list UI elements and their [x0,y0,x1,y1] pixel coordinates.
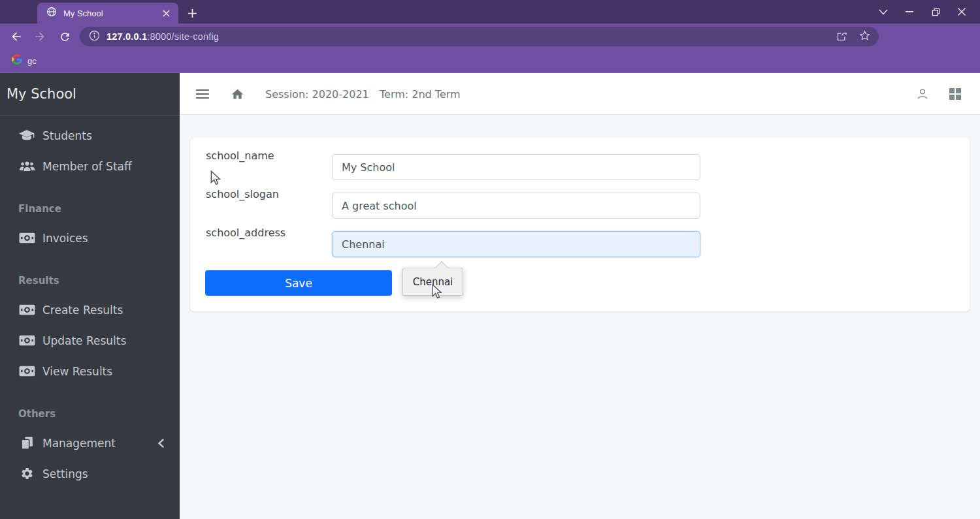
graduation-cap-icon [18,130,35,142]
window-controls [870,0,975,24]
dropdown-notch [435,261,448,274]
share-icon[interactable] [836,29,848,44]
gear-icon [18,467,35,480]
sidebar: My School Students Member of Staff [0,73,180,519]
browser-toolbar: 127.0.0.1:8000/site-config [0,24,980,50]
browser-titlebar: My School [0,0,980,24]
sidebar-toggle-hamburger-icon[interactable] [196,73,209,115]
copy-icon [18,436,35,450]
app-window: My School Students Member of Staff [0,73,980,519]
address-bar[interactable]: 127.0.0.1:8000/site-config [80,27,879,46]
money-bill-icon [18,366,35,377]
home-icon[interactable] [231,73,244,115]
sidebar-item-label: View Results [42,365,112,378]
close-window-button[interactable] [949,0,975,24]
school-slogan-input[interactable] [332,193,700,219]
save-button[interactable]: Save [205,270,392,296]
user-profile-icon[interactable] [915,73,930,115]
new-tab-button[interactable] [184,5,200,21]
sidebar-item-view-results[interactable]: View Results [0,356,180,386]
apps-grid-icon[interactable] [949,73,962,115]
sidebar-item-label: Create Results [42,304,123,317]
url-host: 127.0.0.1 [106,31,147,42]
term-label: Term: 2nd Term [380,73,461,115]
sidebar-item-update-results[interactable]: Update Results [0,325,180,356]
sidebar-item-label: Member of Staff [42,160,132,173]
chevron-left-icon [157,428,164,458]
url-text: 127.0.0.1:8000/site-config [106,31,219,42]
content-area: school_name school_slogan school_address… [180,115,980,519]
browser-tab[interactable]: My School [37,3,178,24]
sidebar-item-management[interactable]: Management [0,428,180,458]
money-bill-icon [18,232,35,244]
google-logo-icon[interactable] [12,54,22,67]
bookmarks-bar: gc [0,50,980,73]
sidebar-item-create-results[interactable]: Create Results [0,294,180,325]
sidebar-item-label: Invoices [42,232,88,245]
autofill-suggestion[interactable]: Chennai [413,276,453,288]
main-area: Session: 2020-2021 Term: 2nd Term school… [180,73,980,519]
sidebar-item-member-of-staff[interactable]: Member of Staff [0,151,180,181]
school-name-input[interactable] [332,154,700,180]
app-navbar: Session: 2020-2021 Term: 2nd Term [180,73,980,115]
bookmark-star-icon[interactable] [858,29,871,44]
field-label-school-slogan: school_slogan [206,188,327,200]
sidebar-item-invoices[interactable]: Invoices [0,223,180,253]
sidebar-brand[interactable]: My School [0,73,180,116]
sidebar-item-label: Management [42,437,116,450]
sidebar-header-others: Others [0,400,180,428]
tab-title: My School [63,8,160,18]
tab-search-chevron-icon[interactable] [870,0,896,24]
browser-chrome: My School [0,0,980,73]
sidebar-item-settings[interactable]: Settings [0,458,180,489]
session-label: Session: 2020-2021 [265,73,369,115]
tab-close-icon[interactable] [160,7,172,19]
sidebar-header-results: Results [0,266,180,294]
back-button[interactable] [7,27,26,46]
restore-button[interactable] [923,0,949,24]
field-label-school-address: school_address [206,227,327,239]
school-address-input[interactable] [332,231,700,257]
forward-button[interactable] [30,27,50,46]
site-config-card: school_name school_slogan school_address… [190,138,970,311]
sidebar-item-label: Update Results [42,334,126,347]
sidebar-header-finance: Finance [0,195,180,223]
sidebar-item-label: Settings [42,467,88,480]
globe-favicon-icon [46,7,57,20]
site-info-icon[interactable] [89,30,100,44]
sidebar-nav: Students Member of Staff Finance [0,116,180,489]
money-bill-icon [18,335,35,346]
sidebar-item-students[interactable]: Students [0,120,180,151]
money-bill-icon [18,304,35,315]
field-label-school-name: school_name [206,149,327,162]
users-icon [18,161,35,172]
minimize-button[interactable] [896,0,923,24]
reload-button[interactable] [55,27,74,46]
url-path: :8000/site-config [147,31,219,42]
bookmark-item[interactable]: gc [27,56,37,66]
autofill-dropdown: Chennai [402,268,463,296]
sidebar-item-label: Students [42,129,92,142]
